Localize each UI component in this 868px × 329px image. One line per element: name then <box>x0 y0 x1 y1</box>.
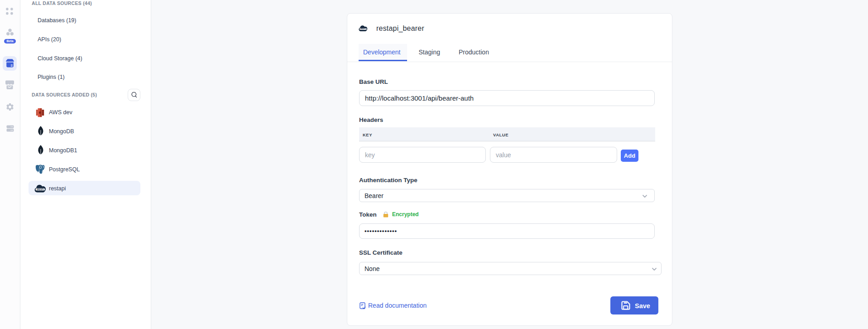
svg-text:(REST): (REST) <box>37 189 44 191</box>
svg-text:(REST): (REST) <box>360 28 366 30</box>
